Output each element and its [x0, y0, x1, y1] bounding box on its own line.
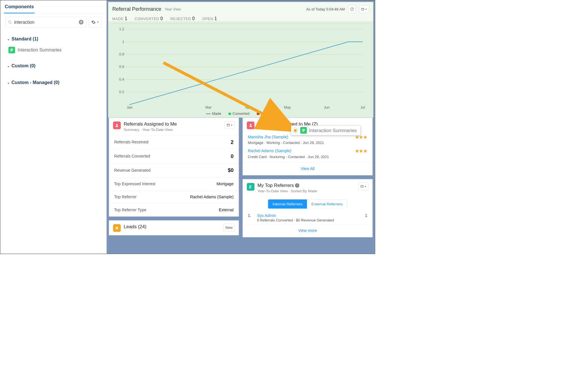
- referrals-summary-card: Referrals Assigned to Me Summary · Year-…: [109, 118, 239, 217]
- svg-point-28: [251, 186, 252, 187]
- svg-text:Mar: Mar: [205, 105, 212, 109]
- summary-row: Referrals Received2: [109, 135, 239, 149]
- svg-text:0.8: 0.8: [119, 52, 124, 56]
- svg-text:Apr: Apr: [245, 105, 251, 109]
- chart-title: Referral Performance: [112, 6, 161, 12]
- components-sidebar: Components ✕ ▼ ⌄ Standard (1) Inter: [0, 0, 107, 254]
- caret-down-icon: ▼: [365, 8, 367, 10]
- svg-rect-23: [227, 124, 230, 126]
- caret-down-icon: ▼: [231, 124, 233, 126]
- stat-rejected: REJECTED0: [170, 16, 195, 21]
- svg-marker-25: [115, 226, 119, 230]
- clear-search-icon[interactable]: ✕: [79, 20, 84, 25]
- svg-rect-2: [362, 8, 364, 10]
- svg-text:Jun: Jun: [324, 105, 330, 109]
- svg-point-22: [116, 124, 118, 125]
- chart-subtitle: Year View: [165, 7, 181, 11]
- svg-text:Jul: Jul: [360, 105, 365, 109]
- leads-card: Leads (24) New: [109, 220, 239, 235]
- referral-item[interactable]: Rachel Adams (Sample) ★★★ Credit Card · …: [243, 147, 373, 162]
- group-standard[interactable]: ⌄ Standard (1): [5, 33, 101, 45]
- component-icon: [300, 127, 307, 133]
- svg-text:0.4: 0.4: [119, 77, 124, 81]
- stat-open: OPEN1: [202, 16, 217, 21]
- date-range-button[interactable]: ▼: [358, 182, 369, 190]
- chevron-down-icon: ⌄: [7, 81, 10, 85]
- svg-text:May: May: [284, 105, 291, 109]
- info-icon[interactable]: i: [295, 183, 299, 188]
- grab-cursor-icon: ✊: [293, 128, 298, 133]
- referrer-link[interactable]: Sys Admin: [257, 213, 276, 218]
- referral-link[interactable]: Manisha Jha (Sample): [248, 135, 288, 139]
- summary-row: Top Referrer TypeExternal: [109, 203, 239, 216]
- settings-button[interactable]: ▼: [88, 17, 102, 28]
- calendar-icon: [361, 8, 364, 11]
- svg-line-1: [11, 23, 12, 23]
- stat-made: MADE1: [112, 16, 127, 21]
- referrer-row[interactable]: 1. Sys Admin 0 Referrals Converted · $0 …: [243, 212, 373, 224]
- caret-down-icon: ▼: [364, 185, 366, 188]
- summary-row: Referrals Converted0: [109, 149, 239, 163]
- referral-meta: Credit Card · Nurturing - Contacted · Ju…: [248, 155, 367, 159]
- summary-row: Revenue Generated$0: [109, 163, 239, 177]
- group-custom[interactable]: ⌄ Custom (0): [5, 60, 101, 72]
- caret-down-icon: ▼: [97, 21, 99, 23]
- card-subtitle: Summary · Year-To-Date View: [124, 128, 177, 132]
- line-chart-svg: 1.2 1 0.8 0.6 0.4 0.2 Jan Mar Apr May Ju…: [112, 26, 369, 110]
- view-all-link[interactable]: View All: [243, 162, 373, 175]
- referral-meta: Mortgage · Working - Contacted · Jun 29,…: [248, 141, 367, 145]
- referrers-icon: [247, 183, 254, 191]
- card-title: Referrals Assigned to Me: [124, 121, 177, 127]
- tab-components[interactable]: Components: [4, 0, 34, 13]
- top-referrers-card: My Top Referrers i Year-To-Date View · S…: [243, 179, 373, 237]
- svg-point-27: [249, 185, 251, 187]
- refresh-icon: [350, 7, 354, 11]
- svg-text:Jan: Jan: [127, 105, 132, 109]
- search-box[interactable]: ✕: [5, 17, 86, 28]
- gear-icon: [91, 20, 96, 25]
- referrals-icon: [247, 122, 254, 129]
- drag-preview: ✊ Interaction Summaries: [291, 125, 360, 135]
- summary-row: Top ReferrerRachel Adams (Sample): [109, 190, 239, 203]
- svg-text:1.2: 1.2: [119, 27, 124, 31]
- card-title: My Top Referrers: [257, 182, 294, 188]
- stat-converted: CONVERTED0: [135, 16, 163, 21]
- svg-point-26: [250, 124, 251, 125]
- card-title: Leads (24): [124, 224, 146, 229]
- date-range-button[interactable]: ▼: [359, 5, 369, 13]
- refresh-button[interactable]: [348, 5, 356, 13]
- page-canvas: Referral Performance Year View As of Tod…: [107, 0, 375, 254]
- search-input[interactable]: [14, 20, 79, 25]
- view-more-link[interactable]: View more: [243, 224, 373, 237]
- calendar-icon: [360, 185, 364, 188]
- svg-rect-29: [361, 186, 363, 188]
- sidebar-tabs: Components: [0, 0, 106, 14]
- new-button[interactable]: New: [223, 224, 235, 231]
- referrals-icon: [113, 122, 121, 129]
- summary-row: Top Expressed InterestMortgage: [109, 177, 239, 190]
- svg-text:0.2: 0.2: [119, 90, 124, 94]
- svg-point-0: [8, 21, 11, 23]
- referral-performance-card: Referral Performance Year View As of Tod…: [108, 2, 373, 118]
- chart-plot: 1.2 1 0.8 0.6 0.4 0.2 Jan Mar Apr May Ju…: [112, 23, 369, 116]
- leads-icon: [113, 224, 121, 232]
- card-subtitle: Year-To-Date View · Sorted By Made: [257, 189, 317, 193]
- group-custom-managed[interactable]: ⌄ Custom - Managed (0): [5, 77, 101, 89]
- seg-internal[interactable]: Internal Referrers: [268, 199, 307, 208]
- component-icon: [8, 47, 15, 53]
- as-of-text: As of Today 5:04:48 AM: [306, 7, 345, 11]
- svg-text:1: 1: [122, 40, 124, 44]
- chevron-down-icon: ⌄: [7, 37, 10, 41]
- chevron-down-icon: ⌄: [7, 64, 10, 68]
- search-icon: [8, 20, 12, 25]
- date-range-button[interactable]: ▼: [225, 121, 235, 129]
- calendar-icon: [227, 123, 230, 127]
- svg-text:0.6: 0.6: [119, 65, 124, 69]
- chart-legend: Made Converted Rejected: [112, 111, 369, 115]
- component-interaction-summaries[interactable]: Interaction Summaries: [5, 45, 101, 55]
- referral-link[interactable]: Rachel Adams (Sample): [248, 148, 291, 153]
- rating-stars: ★★★: [355, 148, 368, 154]
- referrer-segment: Internal Referrers External Referrers: [243, 197, 373, 212]
- seg-external[interactable]: External Referrers: [307, 199, 347, 208]
